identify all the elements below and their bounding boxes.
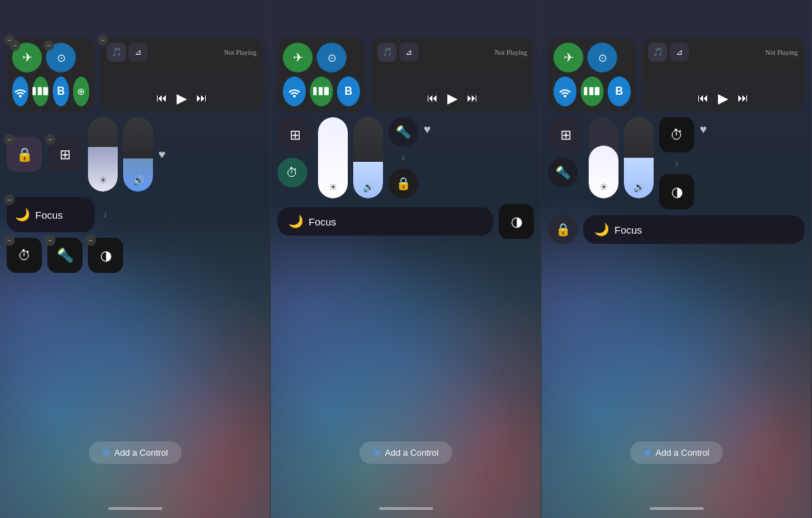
remove-media-1[interactable]: − [97,35,108,45]
orientation-lock-btn-1[interactable]: − 🔒 [7,137,42,172]
play-btn-2[interactable]: ▶ [447,90,457,106]
add-control-btn-3[interactable]: ⊕ Add a Control [630,441,723,464]
cellular-btn-1[interactable]: ▋▊▉ [32,77,49,106]
media-controls-2: ⏮ ▶ ⏭ [378,90,527,106]
remove-flashlight-1[interactable]: − [45,235,55,246]
controls-panel-3: ✈ ⊙ ▋▊▉ B 🎵 ⊿ [548,37,805,250]
bluetooth-btn-1[interactable]: B [53,77,69,106]
volume-slider-3[interactable]: 🔊 [624,117,654,198]
add-control-text-3: Add a Control [656,448,710,458]
focus-label-3: Focus [614,224,642,236]
remove-airdrop-1[interactable]: − [43,40,54,51]
forward-btn-1[interactable]: ⏭ [196,92,207,104]
media-top-2: 🎵 ⊿ Not Playing [378,43,527,62]
conn-top-2: ✈ ⊙ [283,43,360,72]
airdrop-focus-1[interactable]: ⊕ [73,77,89,106]
media-top-3: 🎵 ⊿ Not Playing [648,43,798,62]
flashlight-btn-3[interactable]: 🔦 [548,158,578,188]
flashlight-btn-2[interactable]: 🔦 [388,117,418,147]
airplay-icon-3[interactable]: ⊿ [670,43,689,62]
dark-mode-btn-3[interactable]: ◑ [659,174,694,209]
flashlight-btn-1[interactable]: − 🔦 [47,238,83,273]
home-indicator-2 [379,507,433,510]
add-control-text-1: Add a Control [114,448,168,458]
dark-mode-btn-1[interactable]: − ◑ [88,238,123,273]
add-control-btn-1[interactable]: ⊕ Add a Control [89,441,182,464]
play-btn-1[interactable]: ▶ [177,90,187,106]
top-row-1: − − ✈ − ⊙ [7,37,263,112]
remove-timer-1[interactable]: − [4,235,15,246]
forward-btn-3[interactable]: ⏭ [738,92,748,104]
p3-left-3: ⊞ 🔦 [548,117,583,209]
airdrop-btn-3[interactable]: ⊙ [587,43,617,72]
remove-darkmode-1[interactable]: − [85,235,96,246]
airplay-icon-1[interactable]: ⊿ [129,43,148,62]
orientation-lock-btn-2[interactable]: 🔒 [388,169,418,198]
screen-mirror-btn-2[interactable]: ⊞ [277,117,313,152]
cellular-btn-3[interactable]: ▋▊▉ [581,77,604,106]
remove-mirror-1[interactable]: − [45,134,55,145]
rewind-btn-3[interactable]: ⏮ [698,92,708,104]
airdrop-btn-1[interactable]: − ⊙ [46,43,76,72]
controls-panel-2: ✈ ⊙ ▋▊▉ B 🎵 ⊿ [277,37,534,244]
rewind-btn-2[interactable]: ⏮ [427,92,438,104]
media-controls-3: ⏮ ▶ ⏭ [648,90,798,106]
connectivity-block-1: − − ✈ − ⊙ [7,37,95,112]
focus-wide-btn-2[interactable]: 🌙 Focus [277,207,493,236]
timer-btn-3[interactable]: ⏱ [659,117,694,152]
p3-right-3: ⏱ ♪ ◑ [659,117,694,209]
add-control-btn-2[interactable]: ⊕ Add a Control [359,441,453,464]
brightness-slider-2[interactable]: ☀ [318,117,348,198]
heart-btn-3[interactable]: ♥ [700,123,707,137]
heart-btn-2[interactable]: ♥ [424,123,431,137]
media-app-icon-2: 🎵 [378,43,397,62]
focus-row-2: 🌙 Focus ◑ [277,204,534,239]
p2-right-2: 🔦 ♪ 🔒 [388,117,418,198]
focus-row-3: 🔒 🌙 Focus [548,215,805,244]
volume-slider-2[interactable]: 🔊 [353,117,383,198]
conn-bottom-2: ▋▊▉ B [283,77,360,106]
music-note-2: ♪ [388,152,418,163]
airplane-mode-btn-3[interactable]: ✈ [554,43,583,72]
media-controls-1: ⏮ ▶ ⏭ [107,90,256,106]
screen-mirror-btn-1[interactable]: − ⊞ [47,137,83,172]
volume-slider-1[interactable]: 🔊 [123,117,153,192]
airplane-mode-btn-2[interactable]: ✈ [283,43,313,72]
cellular-btn-2[interactable]: ▋▊▉ [310,77,333,106]
phone-panel-2: ✈ ⊙ ▋▊▉ B 🎵 ⊿ [271,0,541,518]
forward-btn-2[interactable]: ⏭ [467,92,478,104]
dark-mode-btn-2[interactable]: ◑ [499,204,534,239]
remove-orientation-1[interactable]: − [4,134,15,145]
timer-btn-2[interactable]: ⏱ [277,158,307,188]
volume-icon-1: 🔊 [133,175,144,186]
bluetooth-btn-3[interactable]: B [608,77,631,106]
remove-focus-1[interactable]: − [4,194,15,205]
home-indicator-1 [108,507,162,510]
heart-btn-1[interactable]: ♥ [158,148,166,162]
brightness-slider-3[interactable]: ☀ [589,117,618,198]
brightness-slider-1[interactable]: ☀ [88,117,118,192]
timer-btn-1[interactable]: − ⏱ [7,238,42,273]
add-icon-2: ⊕ [373,447,381,458]
orientation-lock-btn-3[interactable]: 🔒 [548,215,578,244]
wifi-btn-1[interactable] [12,77,28,106]
airdrop-btn-2[interactable]: ⊙ [317,43,346,72]
remove-airplane-1[interactable]: − [9,40,20,51]
not-playing-2: Not Playing [495,49,527,56]
play-btn-3[interactable]: ▶ [718,90,728,106]
focus-wide-btn-3[interactable]: 🌙 Focus [583,215,805,244]
focus-label-2: Focus [309,216,336,228]
media-icons-1: 🎵 ⊿ [107,43,148,62]
rewind-btn-1[interactable]: ⏮ [156,92,167,104]
focus-wide-btn-1[interactable]: − 🌙 Focus [7,197,95,232]
wifi-btn-2[interactable] [283,77,306,106]
airplane-mode-btn-1[interactable]: − ✈ [12,43,42,72]
volume-icon-3: 🔊 [633,181,645,193]
connectivity-block-3: ✈ ⊙ ▋▊▉ B [548,37,636,112]
controls-panel-1: − − ✈ − ⊙ [7,37,263,278]
bluetooth-btn-2[interactable]: B [337,77,360,106]
airplay-icon-2[interactable]: ⊿ [399,43,418,62]
middle-row-a-1: − 🔒 − ⊞ ☀ 🔊 ♥ [7,117,263,192]
screen-mirror-btn-3[interactable]: ⊞ [548,117,583,152]
wifi-btn-3[interactable] [554,77,577,106]
